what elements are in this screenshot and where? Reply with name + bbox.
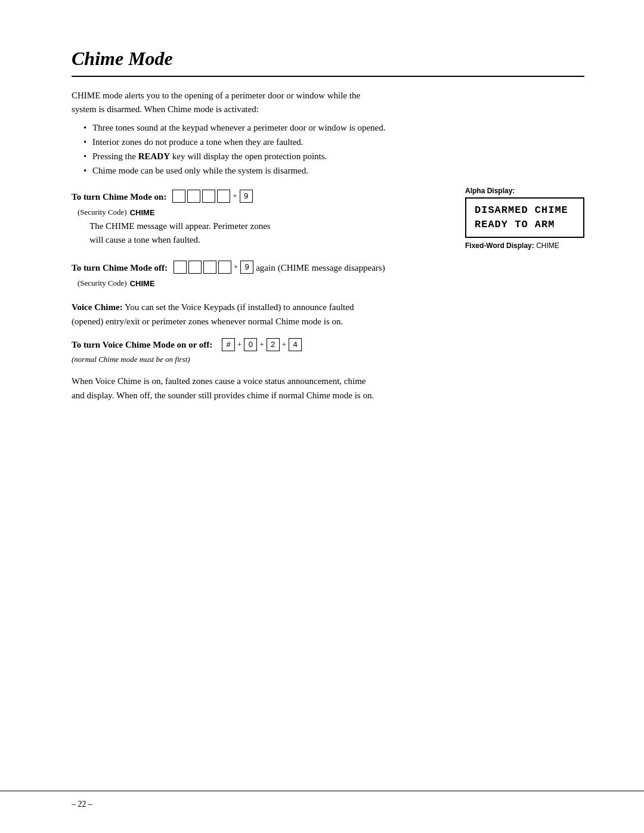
voice-chime-on-off-section: To turn Voice Chime Mode on or off: # + … — [72, 338, 584, 364]
turn-on-label: To turn Chime Mode on: — [72, 190, 166, 204]
chime-keyword-off: CHIME — [130, 279, 155, 288]
bullet-list: Three tones sound at the keypad whenever… — [83, 120, 584, 178]
alpha-display-panel: Alpha Display: DISARMED CHIME READY TO A… — [465, 187, 584, 250]
voice-chime-on-off-row: To turn Voice Chime Mode on or off: # + … — [72, 338, 584, 351]
normal-note: (normal Chime mode must be on first) — [72, 355, 584, 364]
turn-off-label: To turn Chime Mode off: — [72, 261, 168, 275]
alpha-display-label: Alpha Display: — [465, 187, 584, 195]
alpha-display-box: DISARMED CHIME READY TO ARM — [465, 197, 584, 238]
voice-chime-section: Voice Chime: You can set the Voice Keypa… — [72, 300, 584, 329]
key-hash: # — [222, 338, 235, 351]
voice-chime-key-sequence: # + 0 + 2 + 4 — [222, 338, 302, 351]
bullet-item: Pressing the READY key will display the … — [83, 149, 584, 163]
key-nine: 9 — [240, 190, 253, 203]
key-zero: 0 — [244, 338, 257, 351]
key-box-2 — [187, 190, 200, 203]
turn-off-key-sequence: + 9 — [174, 261, 253, 274]
plus-sign-off: + — [234, 261, 238, 274]
turn-off-section: To turn Chime Mode off: + 9 again (CHIME… — [72, 261, 584, 288]
voice-chime-desc2: (opened) entry/exit or perimeter zones w… — [72, 317, 343, 326]
voice-chime-intro: Voice Chime: You can set the Voice Keypa… — [72, 300, 584, 329]
key-box-3 — [202, 190, 215, 203]
again-text: again — [256, 261, 275, 275]
key-box-off-4 — [218, 261, 231, 274]
bullet-item: Three tones sound at the keypad whenever… — [83, 120, 584, 135]
final-para-line1: When Voice Chime is on, faulted zones ca… — [72, 376, 366, 386]
turn-on-row: To turn Chime Mode on: + 9 — [72, 190, 447, 204]
title-divider — [72, 76, 584, 77]
key-nine-off: 9 — [240, 261, 253, 274]
turn-on-section: Alpha Display: DISARMED CHIME READY TO A… — [72, 190, 584, 251]
intro-text: CHIME mode alerts you to the opening of … — [72, 89, 584, 116]
page-number: – 22 – — [72, 800, 92, 809]
security-code-label-on: (Security Code) — [78, 208, 127, 217]
security-code-row-on: (Security Code) CHIME — [78, 208, 447, 217]
bullet-item: Chime mode can be used only while the sy… — [83, 163, 584, 178]
key-box-4 — [217, 190, 230, 203]
key-box-off-3 — [203, 261, 216, 274]
key-box-1 — [172, 190, 185, 203]
security-code-row-off: (Security Code) CHIME — [78, 278, 584, 288]
key-four: 4 — [289, 338, 302, 351]
sub-text-line1: The CHIME message will appear. Perimeter… — [89, 221, 271, 231]
alpha-display-line2: READY TO ARM — [475, 219, 555, 230]
fixed-word-label: Fixed-Word Display: CHIME — [465, 241, 584, 250]
turn-off-row: To turn Chime Mode off: + 9 again (CHIME… — [72, 261, 584, 275]
final-para: When Voice Chime is on, faulted zones ca… — [72, 374, 584, 402]
page: Chime Mode CHIME mode alerts you to the … — [0, 0, 644, 833]
sub-text-line2: will cause a tone when faulted. — [89, 235, 200, 244]
intro-line1: CHIME mode alerts you to the opening of … — [72, 91, 360, 100]
bullet-item: Interior zones do not produce a tone whe… — [83, 135, 584, 149]
key-box-off-1 — [174, 261, 187, 274]
plus-sign: + — [233, 190, 237, 203]
message-disappears: (CHIME message disappears) — [278, 261, 385, 275]
intro-line2: system is disarmed. When Chime mode is a… — [72, 104, 259, 114]
voice-chime-bold: Voice Chime: — [72, 302, 123, 312]
key-two: 2 — [267, 338, 280, 351]
alpha-display-line1: DISARMED CHIME — [475, 205, 568, 216]
bottom-rule — [0, 791, 644, 791]
chime-keyword-on: CHIME — [130, 208, 155, 217]
final-para-line2: and display. When off, the sounder still… — [72, 391, 374, 400]
key-box-off-2 — [188, 261, 202, 274]
voice-chime-on-off-label: To turn Voice Chime Mode on or off: — [72, 340, 212, 350]
page-title: Chime Mode — [72, 48, 584, 70]
turn-on-key-sequence: + 9 — [172, 190, 252, 203]
security-code-label-off: (Security Code) — [78, 278, 127, 288]
voice-chime-desc: You can set the Voice Keypads (if instal… — [125, 302, 354, 312]
